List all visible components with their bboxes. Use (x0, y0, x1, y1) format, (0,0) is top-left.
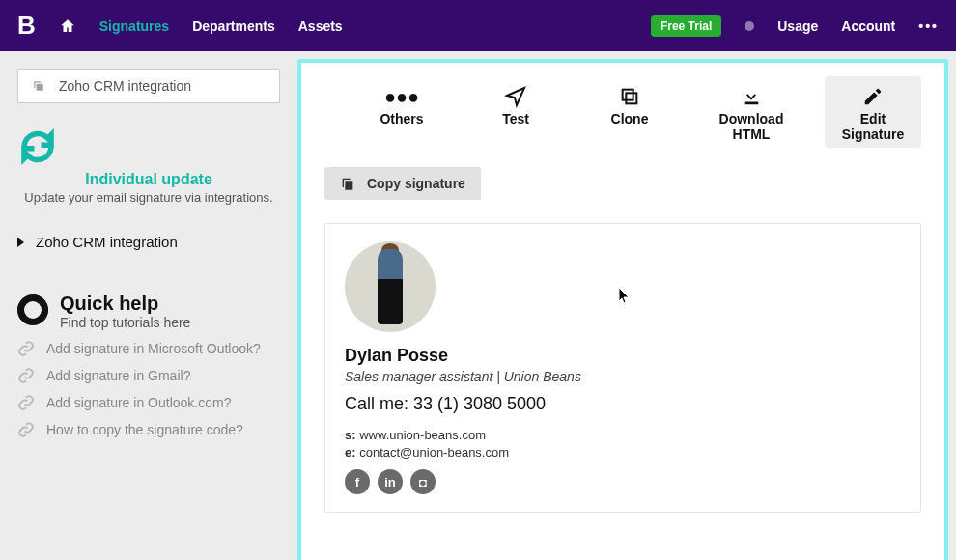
panel-actions: ●●● Others Test Clone (324, 76, 921, 148)
signature-site: s: www.union-beans.com (345, 428, 901, 442)
help-link-label: Add signature in Outlook.com? (46, 395, 231, 410)
action-download-html[interactable]: Download HTML (695, 76, 807, 148)
avatar (345, 241, 436, 332)
quick-help-header: Quick help Find top tutorials here (17, 293, 280, 330)
dots-icon: ●●● (357, 84, 446, 109)
action-label: Edit Signature (829, 111, 917, 142)
copy-signature-button[interactable]: Copy signature (324, 167, 481, 200)
main-area: ●●● Others Test Clone (297, 51, 956, 560)
individual-update-sub: Update your email signature via integrat… (17, 190, 280, 205)
edit-icon (829, 84, 917, 109)
help-link-label: Add signature in Gmail? (46, 368, 190, 383)
integration-selector-label: Zoho CRM integration (59, 78, 191, 94)
help-link-outlookcom[interactable]: Add signature in Outlook.com? (17, 394, 280, 411)
link-icon (17, 394, 35, 411)
nav-more-icon[interactable]: ••• (918, 18, 939, 34)
signature-phone: Call me: 33 (1) 3080 5000 (345, 394, 901, 414)
signature-panel: ●●● Others Test Clone (297, 59, 948, 560)
status-dot (745, 21, 754, 31)
action-test[interactable]: Test (467, 76, 564, 148)
free-trial-badge[interactable]: Free Trial (651, 15, 721, 37)
signature-name: Dylan Posse (345, 346, 901, 366)
action-label: Download HTML (699, 111, 803, 142)
copy-signature-label: Copy signature (367, 176, 465, 191)
action-label: Clone (585, 111, 674, 126)
svg-rect-1 (623, 90, 633, 100)
refresh-icon (17, 126, 58, 167)
sidebar-tree-item[interactable]: Zoho CRM integration (17, 234, 280, 250)
caret-right-icon (17, 238, 24, 247)
action-label: Test (471, 111, 560, 126)
quick-help-sub: Find top tutorials here (60, 315, 190, 330)
home-icon[interactable] (59, 17, 76, 35)
link-icon (17, 421, 35, 438)
facebook-icon[interactable]: f (345, 469, 370, 494)
integration-selector[interactable]: Zoho CRM integration (17, 69, 280, 103)
signature-preview: Dylan Posse Sales manager assistant | Un… (324, 223, 921, 513)
brand-logo[interactable]: B (17, 11, 36, 41)
help-link-gmail[interactable]: Add signature in Gmail? (17, 367, 280, 384)
signature-email: e: contact@union-beans.com (345, 445, 901, 460)
quick-help-title: Quick help (60, 293, 190, 315)
individual-update-block: Individual update Update your email sign… (17, 126, 280, 205)
help-link-label: Add signature in Microsoft Outlook? (46, 341, 261, 356)
linkedin-icon[interactable]: in (378, 469, 403, 494)
link-icon (17, 367, 35, 384)
help-link-copycode[interactable]: How to copy the signature code? (17, 421, 280, 438)
clone-icon (585, 84, 674, 109)
copy-icon (32, 79, 45, 93)
svg-rect-0 (626, 93, 636, 103)
download-icon (699, 84, 803, 109)
instagram-icon[interactable]: ◘ (410, 469, 436, 494)
signature-social: f in ◘ (345, 469, 901, 494)
nav-signatures[interactable]: Signatures (99, 18, 169, 34)
nav-account[interactable]: Account (841, 18, 895, 34)
link-icon (17, 340, 35, 357)
help-link-label: How to copy the signature code? (46, 422, 243, 437)
help-link-outlook[interactable]: Add signature in Microsoft Outlook? (17, 340, 280, 357)
paper-plane-icon (471, 84, 560, 109)
individual-update-title: Individual update (17, 171, 280, 188)
signature-role: Sales manager assistant | Union Beans (345, 369, 901, 384)
nav-departments[interactable]: Departments (192, 18, 275, 34)
sidebar: Zoho CRM integration Individual update U… (0, 51, 297, 560)
top-nav: B Signatures Departments Assets Free Tri… (0, 0, 956, 51)
nav-usage[interactable]: Usage (777, 18, 818, 34)
action-clone[interactable]: Clone (581, 76, 678, 148)
action-others[interactable]: ●●● Others (353, 76, 450, 148)
lifebuoy-icon (17, 294, 48, 325)
sidebar-tree-label: Zoho CRM integration (36, 234, 178, 250)
action-label: Others (357, 111, 446, 126)
action-edit-signature[interactable]: Edit Signature (825, 76, 921, 148)
copy-icon (340, 176, 355, 191)
nav-assets[interactable]: Assets (298, 18, 343, 34)
